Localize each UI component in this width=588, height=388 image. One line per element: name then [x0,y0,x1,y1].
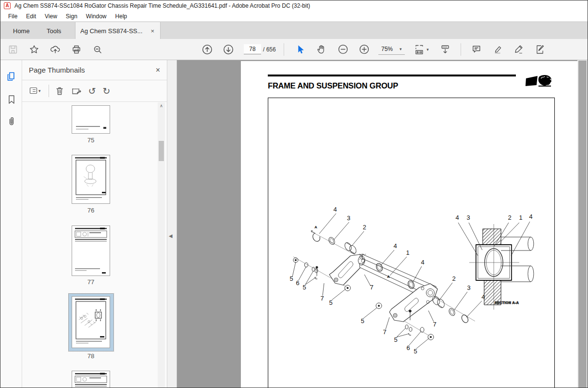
chevron-down-icon: ▾ [426,47,429,52]
attachments-icon[interactable] [6,116,17,127]
callout-label: 7 [370,284,373,291]
thumbnail-page-76[interactable] [72,155,110,204]
leader-line [305,277,316,285]
fill-sign-icon[interactable] [533,42,547,57]
section-label: SECTION A-A [495,301,519,304]
page-thumbnails-panel: Page Thumbnails × ▾ ↺ ↻ [22,60,167,388]
callout-label: 4 [333,206,337,213]
rotate-ccw-icon[interactable]: ↺ [88,87,96,96]
thumbnail-options-icon[interactable]: ▾ [29,86,41,96]
leader-line [334,222,349,240]
panel-collapse-strip[interactable]: ◀ [167,60,177,388]
thumbnail-scrollbar[interactable]: ∧ [158,102,165,388]
zoom-level-value: 75% [381,46,393,52]
leader-line [381,250,394,265]
callout-label: 5 [329,299,332,306]
star-bookmark-icon[interactable] [27,42,41,57]
callout-label: 1 [406,249,409,256]
toolbar-separator [284,43,284,56]
search-icon[interactable] [90,42,105,57]
callout-label: 4 [393,242,397,250]
callout-label: 2 [452,275,455,282]
callout-label: 3 [467,284,470,291]
page-thumbnails-icon[interactable] [6,71,17,82]
tab-close-icon[interactable]: × [150,27,155,35]
callout-label: 4 [529,213,532,220]
menu-file[interactable]: File [4,12,22,21]
callout-label: 5 [361,317,364,325]
panel-header: Page Thumbnails × [22,60,167,80]
sign-pen-icon[interactable] [512,42,526,57]
highlight-icon[interactable] [490,42,505,57]
leader-line [469,223,482,250]
leader-line [454,292,467,311]
leader-line [416,338,429,349]
scrollbar-up-icon[interactable]: ∧ [158,102,165,110]
collapse-panel-icon[interactable]: ◀ [169,233,173,238]
menu-view[interactable]: View [40,12,62,21]
tab-document[interactable]: Ag Chem SS874-SS... × [75,22,161,39]
window-title: Ag Chem SS874-SSc1084 RoGator Chassis Re… [14,2,310,9]
title-bar: A Ag Chem SS874-SSc1084 RoGator Chassis … [0,0,588,11]
tab-tools[interactable]: Tools [38,22,70,39]
callout-label: 4 [455,214,459,221]
leader-line [352,231,364,246]
menu-window[interactable]: Window [82,12,111,21]
hand-tool-icon[interactable] [314,42,329,57]
delete-pages-icon[interactable] [55,86,64,96]
acrobat-window: A Ag Chem SS874-SSc1084 RoGator Chassis … [0,0,588,388]
panel-close-icon[interactable]: × [156,66,160,75]
main-toolbar: 78 / 656 75% ▾ ▾ [0,39,588,60]
thumbnail-label: 78 [72,352,110,360]
menu-edit[interactable]: Edit [22,12,40,21]
zoom-in-icon[interactable] [357,42,371,57]
brand-logo [525,73,557,92]
callout-label: 2 [363,224,366,231]
thumbnail-page-77[interactable] [72,225,110,276]
page-scrolling-icon[interactable] [438,42,452,57]
page-number-input[interactable]: 78 [244,44,261,54]
callout-label: 1 [519,214,522,221]
leader-line [319,213,336,234]
tab-bar: Home Tools Ag Chem SS874-SS... × [0,22,588,39]
callout-label: 5 [413,348,417,355]
save-icon[interactable] [6,42,20,57]
menu-sign[interactable]: Sign [62,12,82,21]
menu-help[interactable]: Help [111,12,132,21]
callout-label: 4 [421,259,424,266]
menu-bar: File Edit View Sign Window Help [0,11,588,22]
callout-label: 4 [481,293,485,300]
thumbnail-page-78[interactable] [72,296,110,348]
print-icon[interactable] [69,42,84,57]
rotate-cw-icon[interactable]: ↻ [102,87,110,96]
callout-label: 5 [302,284,306,291]
tab-home[interactable]: Home [4,22,38,39]
thumbnail-label: 77 [72,278,110,286]
thumbnail-label: 75 [72,137,110,144]
leader-line [458,223,478,256]
select-tool-icon[interactable] [293,42,308,57]
fit-width-icon[interactable]: ▾ [412,42,431,57]
comment-icon[interactable] [469,42,484,57]
thumbnail-page-79[interactable] [72,371,110,388]
callout-label: A [387,275,390,279]
leader-line [439,283,452,300]
zoom-level-select[interactable]: 75% ▾ [378,44,405,55]
pdf-page: FRAME AND SUSPENSION GROUP [241,61,578,388]
leader-line [332,289,346,300]
thumbnail-page-75[interactable] [72,105,110,134]
leader-line [386,317,389,329]
acrobat-app-icon: A [4,2,11,9]
zoom-out-icon[interactable] [336,42,350,57]
document-scrollbar-thumb[interactable] [578,61,587,388]
next-page-icon[interactable] [221,42,236,57]
share-cloud-icon[interactable] [48,42,63,57]
callout-label: 7 [433,321,436,328]
bookmarks-icon[interactable] [6,94,17,105]
scrollbar-thumb[interactable] [159,141,164,161]
extract-pages-icon[interactable] [71,86,82,96]
leader-line [299,266,306,280]
callout-label: 3 [347,214,350,222]
document-scrollbar[interactable] [577,60,588,388]
previous-page-icon[interactable] [200,42,214,57]
